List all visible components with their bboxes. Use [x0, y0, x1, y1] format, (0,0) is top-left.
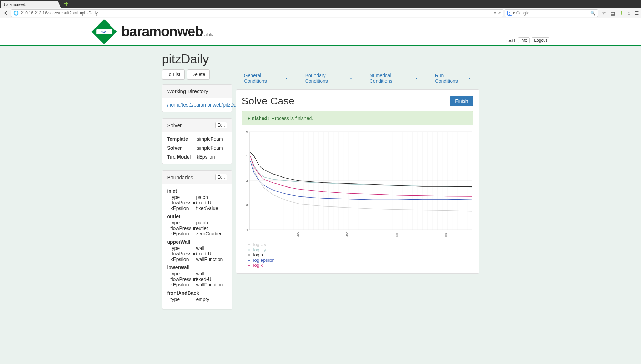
tab-label: Run Conditions [435, 73, 467, 84]
logout-button[interactable]: Logout [532, 37, 549, 43]
nav-tabs: General ConditionsBoundary ConditionsNum… [236, 69, 479, 87]
boundary-value: outlet [196, 225, 227, 231]
search-input[interactable]: g ▾ Google 🔍 [505, 9, 598, 17]
boundary-block: lowerWalltypewallflowPressurefixed-UkEps… [167, 265, 227, 287]
dropdown-icon[interactable]: ▾ [494, 11, 496, 16]
legend-item[interactable]: log Uy [253, 247, 473, 252]
solver-label: Solver [167, 145, 197, 151]
finish-button[interactable]: Finish [450, 96, 473, 106]
address-bar: 🌐 210.16.213.16/solve/result?path=pitzDa… [0, 8, 641, 18]
legend-item[interactable]: log epsilon [253, 257, 473, 263]
url-input[interactable]: 🌐 210.16.213.16/solve/result?path=pitzDa… [11, 9, 503, 17]
search-go-icon[interactable]: 🔍 [590, 11, 595, 16]
layout: To List Delete Working Directory /home/t… [162, 69, 479, 315]
boundary-block: frontAndBacktypeempty [167, 290, 227, 302]
reload-icon[interactable]: ⟳ [498, 11, 501, 16]
boundary-value: wallFunction [196, 282, 227, 287]
boundary-name: inlet [167, 188, 227, 194]
boundary-key: type [171, 245, 196, 251]
boundary-key: type [171, 220, 196, 225]
bookmark-star-icon[interactable]: ☆ [602, 10, 607, 16]
alert-bold: Finished! [248, 115, 269, 121]
working-dir-panel: Working Directory /home/test1/baramonweb… [162, 84, 232, 112]
logo-icon: NEXT [91, 19, 117, 45]
boundary-key: flowPressure [171, 276, 196, 282]
boundary-grid: typewallflowPressurefixed-UkEpsilonwallF… [167, 271, 227, 287]
username: test1 [506, 38, 516, 43]
template-value: simpleFoam [197, 136, 227, 142]
boundary-block: upperWalltypewallflowPressurefixed-UkEps… [167, 239, 227, 262]
url-controls: ▾ ⟳ [494, 11, 501, 16]
tab-link[interactable]: General Conditions [241, 69, 291, 87]
top-bar: NEXT baramonwebalpha test1 Info Logout [0, 18, 641, 46]
boundary-block: outlettypepatchflowPressureoutletkEpsilo… [167, 214, 227, 236]
boundary-key: flowPressure [171, 200, 196, 205]
legend-item[interactable]: log k [253, 263, 473, 268]
boundary-grid: typepatchflowPressureoutletkEpsilonzeroG… [167, 220, 227, 236]
to-list-button[interactable]: To List [162, 69, 185, 80]
solver-edit-button[interactable]: Edit [215, 122, 227, 128]
home-icon[interactable]: ⌂ [628, 10, 630, 16]
brand-wrap: baramonwebalpha [121, 24, 214, 39]
boundary-block: inlettypepatchflowPressurefixed-UkEpsilo… [167, 188, 227, 211]
boundary-grid: typepatchflowPressurefixed-UkEpsilonfixe… [167, 194, 227, 211]
info-button[interactable]: Info [518, 37, 530, 43]
search-placeholder: Google [516, 11, 530, 16]
boundary-name: frontAndBack [167, 290, 227, 296]
delete-button[interactable]: Delete [187, 69, 210, 80]
alert-text: Process is finished. [272, 115, 313, 121]
container: pitzDaily To List Delete Working Directo… [162, 46, 479, 322]
boundary-key: kEpsilon [171, 231, 196, 236]
back-icon[interactable] [2, 9, 10, 17]
menu-icon[interactable]: ☰ [634, 10, 639, 16]
solver-heading-text: Solver [167, 122, 182, 128]
boundary-value: patch [196, 194, 227, 200]
sidebar: To List Delete Working Directory /home/t… [162, 69, 232, 315]
svg-text:800: 800 [444, 232, 448, 237]
tab-label: General Conditions [244, 73, 284, 84]
boundary-name: upperWall [167, 239, 227, 245]
working-dir-body: /home/test1/baramonweb/pitzDaily [162, 98, 232, 112]
new-tab-icon[interactable]: ✚ [64, 1, 68, 7]
svg-text:NEXT: NEXT [101, 30, 108, 33]
solver-value: simpleFoam [197, 145, 227, 151]
caret-down-icon [415, 78, 418, 79]
boundary-value: fixedValue [196, 205, 227, 211]
brand-suffix: alpha [204, 32, 214, 37]
boundary-key: flowPressure [171, 251, 196, 256]
tab-link[interactable]: Numerical Conditions [366, 69, 421, 87]
legend-item[interactable]: log p [253, 252, 473, 257]
tab-link[interactable]: Boundary Conditions [302, 69, 356, 87]
downloads-icon[interactable]: ⬇ [619, 10, 623, 16]
main-area: General ConditionsBoundary ConditionsNum… [236, 69, 479, 274]
working-dir-link[interactable]: /home/test1/baramonweb/pitzDaily [167, 102, 241, 108]
boundary-value: wall [196, 245, 227, 251]
boundary-value: fixed-U [196, 200, 227, 205]
tab-label: Boundary Conditions [305, 73, 348, 84]
browser-tab-title: baramonweb [4, 2, 26, 7]
browser-chrome: baramonweb ✚ 🌐 210.16.213.16/solve/resul… [0, 0, 641, 18]
boundaries-heading: Boundaries Edit [162, 171, 232, 184]
tab-link[interactable]: Run Conditions [432, 69, 474, 87]
google-icon: g [507, 11, 512, 16]
tab-bar: baramonweb ✚ [0, 0, 641, 8]
chart-svg: 0-1-2-3-4200400600800 [242, 130, 473, 240]
working-dir-heading-text: Working Directory [167, 88, 208, 94]
svg-text:0: 0 [246, 130, 248, 133]
boundary-key: type [171, 194, 196, 200]
page: NEXT baramonwebalpha test1 Info Logout p… [0, 18, 641, 364]
bookmarks-list-icon[interactable]: ▤ [611, 10, 615, 16]
url-text: 210.16.213.16/solve/result?path=pitzDail… [21, 11, 98, 16]
svg-text:-1: -1 [245, 154, 248, 158]
search-dropdown-icon[interactable]: ▾ [513, 11, 515, 16]
template-label: Template [167, 136, 197, 142]
browser-tab[interactable]: baramonweb [1, 1, 61, 8]
legend-item[interactable]: log Ux [253, 242, 473, 247]
working-dir-heading: Working Directory [162, 85, 232, 98]
boundary-value: fixed-U [196, 251, 227, 256]
solve-card: Solve Case Finish Finished! Process is f… [236, 89, 479, 274]
turb-label: Tur. Model [167, 154, 197, 160]
boundary-value: fixed-U [196, 276, 227, 282]
boundary-name: outlet [167, 214, 227, 219]
boundaries-edit-button[interactable]: Edit [215, 174, 227, 180]
